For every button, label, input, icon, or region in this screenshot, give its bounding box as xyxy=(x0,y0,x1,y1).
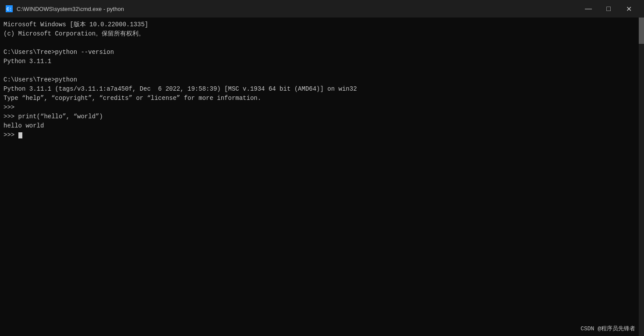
title-bar: C: C:\WINDOWS\system32\cmd.exe - python … xyxy=(0,0,644,18)
scrollbar-thumb[interactable] xyxy=(639,18,644,44)
title-bar-left: C: C:\WINDOWS\system32\cmd.exe - python xyxy=(5,5,124,13)
close-button[interactable]: ✕ xyxy=(619,0,639,18)
console-output: Microsoft Windows [版本 10.0.22000.1335] (… xyxy=(4,20,640,140)
window-controls: — □ ✕ xyxy=(578,0,639,18)
minimize-button[interactable]: — xyxy=(578,0,598,18)
cmd-window: C: C:\WINDOWS\system32\cmd.exe - python … xyxy=(0,0,644,336)
svg-text:C:: C: xyxy=(7,7,12,12)
console-body[interactable]: Microsoft Windows [版本 10.0.22000.1335] (… xyxy=(0,18,644,336)
cmd-icon: C: xyxy=(5,5,13,13)
watermark: CSDN @程序员先锋者 xyxy=(580,325,635,332)
window-title: C:\WINDOWS\system32\cmd.exe - python xyxy=(17,6,124,12)
scrollbar[interactable] xyxy=(639,18,644,336)
maximize-button[interactable]: □ xyxy=(598,0,619,18)
